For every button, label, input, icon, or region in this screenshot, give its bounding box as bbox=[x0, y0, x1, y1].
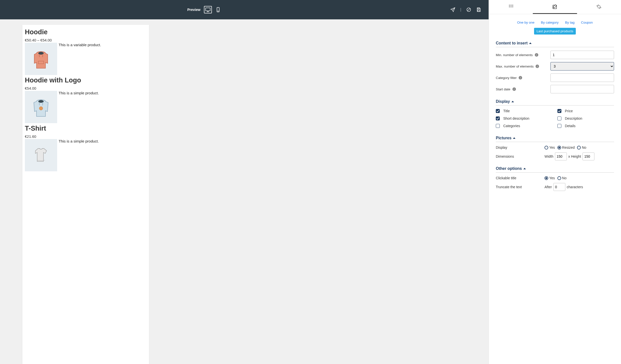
product-item: Hoodie€50.40 – €54.00This is a variable … bbox=[25, 28, 147, 75]
svg-rect-11 bbox=[510, 4, 512, 6]
tab-blocks[interactable] bbox=[489, 0, 533, 14]
section-display[interactable]: Display bbox=[496, 96, 614, 106]
clickable-title-label: Clickable title bbox=[496, 176, 544, 180]
settings-panel: One by oneBy categoryBy tagCouponLast pu… bbox=[489, 0, 621, 364]
svg-point-8 bbox=[38, 100, 44, 103]
pictures-display-label: Display bbox=[496, 146, 544, 149]
product-title: T-Shirt bbox=[25, 125, 147, 132]
radio-clickable-no[interactable]: No bbox=[557, 176, 567, 180]
chevron-up-icon bbox=[523, 168, 526, 169]
radio-display-no[interactable]: No bbox=[577, 146, 586, 149]
svg-rect-5 bbox=[478, 10, 480, 12]
svg-rect-0 bbox=[206, 8, 210, 11]
product-price: €54.00 bbox=[25, 86, 147, 90]
info-icon: i bbox=[512, 87, 516, 91]
check-descr[interactable]: Description bbox=[557, 116, 614, 120]
svg-point-9 bbox=[39, 107, 43, 110]
height-input[interactable] bbox=[582, 152, 594, 160]
section-pictures[interactable]: Pictures bbox=[496, 133, 614, 142]
mobile-view-button[interactable] bbox=[215, 7, 221, 12]
check-price[interactable]: Price bbox=[557, 109, 614, 113]
category-filter-label: Category filteri bbox=[496, 76, 548, 80]
product-description: This is a simple product. bbox=[59, 139, 99, 171]
checkbox-icon[interactable] bbox=[557, 116, 561, 120]
cancel-icon[interactable] bbox=[466, 7, 471, 12]
svg-rect-14 bbox=[510, 6, 512, 7]
checkbox-icon[interactable] bbox=[496, 109, 500, 113]
min-elements-label: Min. number of elementsi bbox=[496, 53, 548, 57]
svg-rect-10 bbox=[509, 4, 510, 6]
info-icon: i bbox=[536, 65, 539, 68]
svg-point-6 bbox=[38, 52, 44, 55]
sub-tabs: One by oneBy categoryBy tagCouponLast pu… bbox=[496, 14, 614, 38]
info-icon: i bbox=[535, 53, 538, 57]
radio-display-yes[interactable]: Yes bbox=[544, 146, 555, 149]
subtab-one-by-one[interactable]: One by one bbox=[515, 20, 537, 25]
subtab-by-category[interactable]: By category bbox=[539, 20, 560, 25]
max-elements-label: Max. number of elementsi bbox=[496, 65, 548, 68]
category-filter-input[interactable] bbox=[550, 73, 614, 82]
product-price: €50.40 – €54.00 bbox=[25, 38, 147, 42]
product-description: This is a variable product. bbox=[59, 43, 101, 75]
editor-toolbar: Preview | bbox=[0, 0, 489, 19]
svg-rect-4 bbox=[478, 8, 480, 9]
product-description: This is a simple product. bbox=[59, 91, 99, 123]
start-date-label: Start datei bbox=[496, 87, 548, 91]
chevron-up-icon bbox=[513, 137, 515, 139]
save-icon[interactable] bbox=[476, 7, 481, 12]
product-image bbox=[25, 43, 57, 75]
dimensions-label: Dimensions bbox=[496, 154, 544, 158]
check-details[interactable]: Details bbox=[557, 124, 614, 128]
svg-rect-13 bbox=[509, 6, 510, 7]
chevron-up-icon bbox=[511, 101, 514, 102]
section-content-to-insert[interactable]: Content to insert bbox=[496, 38, 614, 47]
check-short[interactable]: Short description bbox=[496, 116, 552, 120]
start-date-input[interactable] bbox=[550, 85, 614, 93]
truncate-input[interactable] bbox=[553, 183, 565, 191]
preview-label: Preview bbox=[187, 8, 200, 12]
preview-pane: Hoodie€50.40 – €54.00This is a variable … bbox=[22, 25, 149, 364]
product-title: Hoodie with Logo bbox=[25, 76, 147, 84]
svg-rect-15 bbox=[512, 6, 513, 7]
product-item: T-Shirt€21.60This is a simple product. bbox=[25, 125, 147, 171]
toolbar-divider: | bbox=[460, 7, 461, 12]
check-title[interactable]: Title bbox=[496, 109, 552, 113]
subtab-by-tag[interactable]: By tag bbox=[563, 20, 577, 25]
checkbox-icon[interactable] bbox=[496, 124, 500, 128]
product-price: €21.60 bbox=[25, 134, 147, 139]
subtab-last-purchased-products[interactable]: Last purchased products bbox=[534, 28, 576, 35]
send-icon[interactable] bbox=[450, 7, 455, 12]
min-elements-input[interactable] bbox=[550, 51, 614, 59]
product-title: Hoodie bbox=[25, 28, 147, 36]
subtab-coupon[interactable]: Coupon bbox=[579, 20, 595, 25]
svg-point-2 bbox=[218, 11, 218, 11]
product-item: Hoodie with Logo€54.00This is a simple p… bbox=[25, 76, 147, 123]
info-icon: i bbox=[519, 76, 522, 79]
chevron-up-icon bbox=[529, 42, 532, 44]
product-image bbox=[25, 139, 57, 171]
desktop-view-button[interactable] bbox=[204, 6, 212, 13]
checkbox-icon[interactable] bbox=[557, 109, 561, 113]
width-input[interactable] bbox=[555, 152, 567, 160]
checkbox-icon[interactable] bbox=[496, 116, 500, 120]
checkbox-icon[interactable] bbox=[557, 124, 561, 128]
check-cats[interactable]: Categories bbox=[496, 124, 552, 128]
truncate-label: Truncate the text bbox=[496, 185, 544, 189]
tab-edit[interactable] bbox=[533, 0, 577, 14]
radio-clickable-yes[interactable]: Yes bbox=[544, 176, 555, 180]
product-image bbox=[25, 91, 57, 123]
radio-display-resized[interactable]: Resized bbox=[557, 146, 575, 149]
tab-settings[interactable] bbox=[577, 0, 621, 14]
svg-rect-12 bbox=[512, 4, 513, 6]
max-elements-select[interactable]: 3 bbox=[550, 62, 614, 71]
section-other-options[interactable]: Other options bbox=[496, 163, 614, 173]
